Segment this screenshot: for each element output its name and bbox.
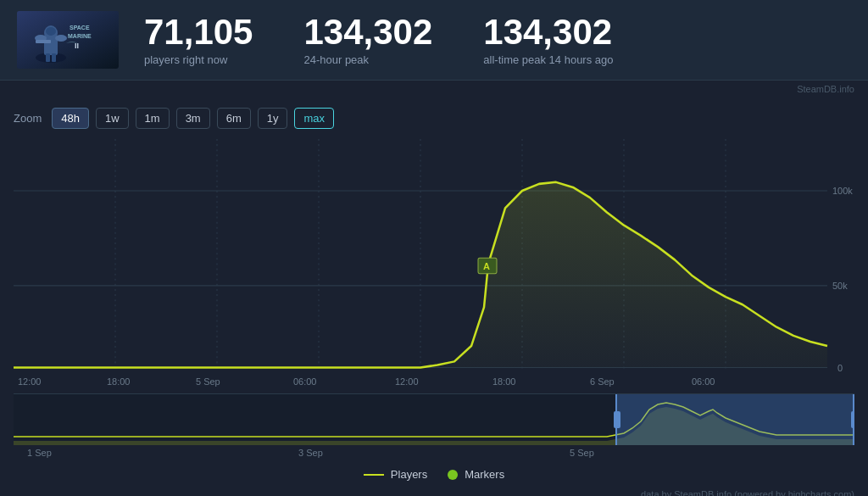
- chart-legend: Players Markers: [0, 461, 868, 488]
- svg-text:06:00: 06:00: [692, 376, 715, 387]
- stats-group: 71,105 players right now 134,302 24-hour…: [144, 14, 614, 66]
- svg-rect-8: [36, 40, 51, 43]
- legend-markers: Markers: [448, 468, 504, 481]
- alltime-peak-value: 134,302: [483, 14, 613, 50]
- peak-24h-stat: 134,302 24-hour peak: [303, 14, 432, 66]
- svg-rect-43: [851, 411, 854, 428]
- players-line-icon: [364, 474, 384, 476]
- zoom-1w-button[interactable]: 1w: [96, 108, 129, 129]
- zoom-6m-button[interactable]: 6m: [217, 108, 251, 129]
- svg-rect-39: [615, 394, 853, 445]
- svg-text:A: A: [483, 260, 490, 270]
- svg-rect-9: [46, 53, 50, 62]
- header: SPACE MARINE II 71,105 players right now…: [0, 0, 868, 81]
- svg-rect-10: [52, 53, 56, 62]
- zoom-label: Zoom: [14, 112, 42, 125]
- current-players-label: players right now: [144, 53, 253, 66]
- bottom-attribution: data by SteamDB.info (powered by highcha…: [0, 488, 868, 496]
- alltime-peak-stat: 134,302 all-time peak 14 hours ago: [483, 14, 613, 66]
- current-players-stat: 71,105 players right now: [144, 14, 253, 66]
- svg-text:50k: 50k: [832, 281, 848, 291]
- svg-text:6 Sep: 6 Sep: [590, 376, 615, 387]
- svg-text:0: 0: [837, 362, 843, 372]
- mini-nav-label-5sep: 5 Sep: [570, 448, 594, 458]
- zoom-1m-button[interactable]: 1m: [136, 108, 170, 129]
- player-chart: 100k 50k 0 12:00 18:00 5 Sep 06:00 12:00…: [14, 139, 854, 393]
- svg-point-5: [46, 27, 56, 36]
- zoom-max-button[interactable]: max: [294, 108, 334, 129]
- game-thumbnail: SPACE MARINE II: [17, 11, 119, 69]
- svg-text:06:00: 06:00: [293, 376, 317, 387]
- zoom-controls: Zoom 48h 1w 1m 3m 6m 1y max: [0, 98, 868, 139]
- mini-nav-label-3sep: 3 Sep: [298, 448, 323, 458]
- svg-rect-1: [17, 11, 119, 69]
- svg-text:5 Sep: 5 Sep: [196, 376, 220, 387]
- alltime-peak-label: all-time peak 14 hours ago: [483, 53, 613, 66]
- markers-dot-icon: [448, 470, 458, 480]
- legend-players: Players: [364, 468, 427, 481]
- zoom-1y-button[interactable]: 1y: [258, 108, 288, 129]
- svg-text:12:00: 12:00: [395, 376, 419, 387]
- markers-legend-label: Markers: [465, 468, 504, 481]
- zoom-48h-button[interactable]: 48h: [52, 108, 89, 129]
- players-legend-label: Players: [391, 468, 427, 481]
- peak-24h-value: 134,302: [303, 14, 432, 50]
- top-attribution: SteamDB.info: [0, 81, 868, 98]
- svg-text:12:00: 12:00: [18, 376, 42, 387]
- mini-nav-chart: [14, 394, 854, 445]
- current-players-value: 71,105: [144, 14, 253, 50]
- zoom-3m-button[interactable]: 3m: [176, 108, 210, 129]
- peak-24h-label: 24-hour peak: [303, 53, 432, 66]
- svg-rect-42: [614, 411, 620, 428]
- svg-text:MARINE: MARINE: [68, 33, 92, 39]
- svg-point-7: [55, 35, 67, 42]
- mini-navigator[interactable]: 1 Sep 3 Sep 5 Sep: [14, 393, 854, 444]
- mini-nav-label-1sep: 1 Sep: [27, 448, 52, 458]
- svg-text:100k: 100k: [832, 186, 853, 196]
- svg-text:18:00: 18:00: [492, 376, 516, 387]
- main-chart-container: 100k 50k 0 12:00 18:00 5 Sep 06:00 12:00…: [0, 139, 868, 393]
- svg-text:18:00: 18:00: [107, 376, 131, 387]
- svg-text:SPACE: SPACE: [70, 25, 90, 31]
